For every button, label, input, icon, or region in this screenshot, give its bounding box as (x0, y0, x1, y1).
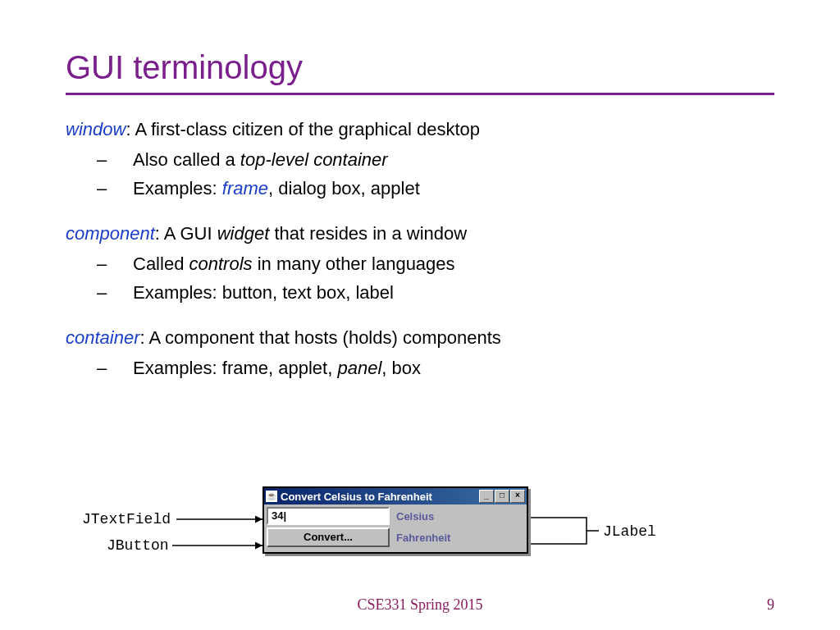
java-window-illustration: JTextField JButton JLabel ☕ Convert Cels… (82, 486, 738, 585)
annotation-jbutton: JButton (107, 537, 169, 554)
footer-text: CSE331 Spring 2015 (0, 596, 840, 614)
term-container: container (66, 327, 140, 348)
list-item: –Also called a top-level container (115, 146, 774, 173)
content-area: window: A first-class citizen of the gra… (66, 116, 774, 381)
def-container: container: A component that hosts (holds… (66, 324, 774, 381)
java-icon: ☕ (266, 491, 277, 502)
window-title-text: Convert Celsius to Fahrenheit (281, 491, 432, 503)
annotation-jlabel: JLabel (603, 523, 656, 540)
titlebar: ☕ Convert Celsius to Fahrenheit _ □ × (264, 488, 527, 504)
slide-title: GUI terminology (66, 49, 774, 86)
def-window-text: : A first-class citizen of the graphical… (126, 119, 480, 139)
celsius-textfield: 34| (267, 507, 390, 525)
minimize-icon: _ (479, 490, 494, 503)
list-item: –Examples: button, text box, label (115, 279, 774, 306)
term-component: component (66, 223, 155, 244)
list-item: –Called controls in many other languages (115, 250, 774, 277)
java-frame-window: ☕ Convert Celsius to Fahrenheit _ □ × 34… (262, 486, 528, 554)
list-item: –Examples: frame, applet, panel, box (115, 354, 774, 381)
annotation-jtextfield: JTextField (82, 511, 171, 527)
page-number: 9 (767, 596, 774, 614)
def-component: component: A GUI widget that resides in … (66, 220, 774, 306)
term-window: window (66, 119, 126, 139)
celsius-label: Celsius (390, 510, 434, 523)
def-window: window: A first-class citizen of the gra… (66, 116, 774, 202)
fahrenheit-label: Fahrenheit (390, 532, 450, 544)
close-icon: × (510, 490, 525, 503)
list-item: –Examples: frame, dialog box, applet (115, 175, 774, 202)
maximize-icon: □ (495, 490, 509, 503)
title-rule (66, 93, 774, 95)
convert-button: Convert... (267, 527, 390, 547)
